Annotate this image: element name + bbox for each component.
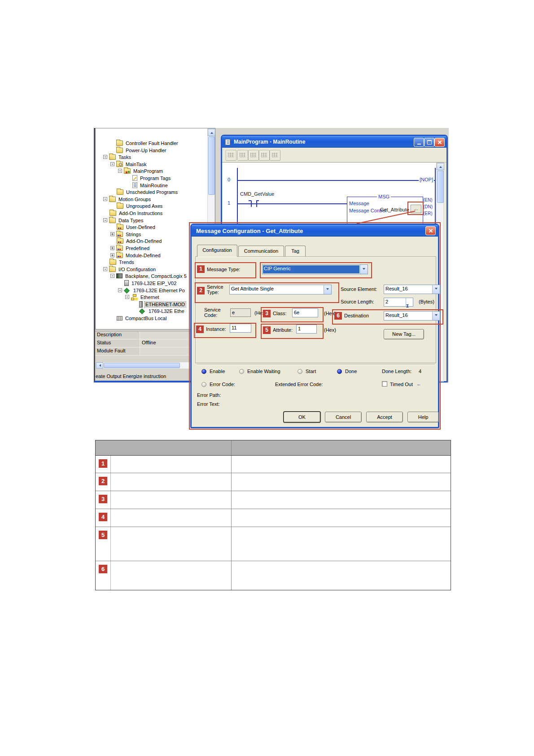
collapse-icon[interactable]: - — [118, 288, 122, 292]
timed-out-checkbox[interactable] — [382, 381, 387, 387]
expand-icon[interactable]: + — [110, 246, 114, 250]
mainroutine-titlebar[interactable]: MainProgram - MainRoutine — [222, 136, 446, 148]
tree-item-label: 1769-L32E Ethernet Po — [132, 288, 186, 293]
tree-item-strings[interactable]: +Strings — [110, 231, 142, 237]
tab-tag[interactable]: Tag — [285, 246, 306, 257]
close-button[interactable] — [434, 138, 445, 147]
scroll-up-button[interactable] — [437, 163, 444, 170]
minimize-button[interactable] — [414, 138, 424, 147]
tree-item-ethernet[interactable]: -Ethernet — [125, 294, 160, 300]
annotation-box-browse — [407, 202, 424, 215]
dialog-titlebar[interactable]: Message Configuration - Get_Attribute — [192, 225, 438, 237]
folder-icon — [109, 211, 116, 216]
new-tag-button[interactable]: New Tag... — [384, 329, 424, 339]
scroll-left-button[interactable] — [96, 362, 103, 369]
tree-item-data-types[interactable]: -Data Types — [103, 217, 144, 224]
scrollbar-thumb[interactable] — [104, 363, 180, 368]
tree-item-label: Tasks — [118, 154, 132, 160]
tree-item-trends[interactable]: Trends — [109, 259, 135, 265]
tree-item-add-on-defined[interactable]: Add-On-Defined — [117, 237, 163, 244]
coil-dn: (DN) — [423, 204, 433, 209]
tree-item-compactbus-local[interactable]: CompactBus Local — [117, 315, 167, 321]
tree-item-mainroutine[interactable]: MainRoutine — [132, 182, 169, 189]
xic-contact-serif — [256, 200, 259, 201]
tree-item-1769-l32e-ethernet-port[interactable]: -1769-L32E Ethernet Po — [118, 287, 186, 294]
tree-item-module-defined[interactable]: +Module-Defined — [110, 252, 162, 259]
folder-open-icon — [109, 197, 116, 202]
collapse-icon[interactable]: - — [103, 267, 107, 271]
source-element-combo[interactable]: Result_16 — [384, 285, 440, 294]
service-code-label: Service Code: — [204, 307, 226, 318]
collapse-icon[interactable]: - — [103, 197, 107, 201]
tree-item-io-configuration[interactable]: -I/O Configuration — [103, 266, 157, 273]
dialog-close-button[interactable] — [425, 226, 436, 235]
xic-contact-icon[interactable] — [251, 201, 252, 207]
coil-en: (EN) — [423, 198, 433, 202]
tree-item-power-up-handler[interactable]: Power-Up Handler — [116, 147, 167, 154]
collapse-icon[interactable]: - — [110, 162, 114, 166]
xic-contact-icon[interactable] — [256, 201, 257, 207]
tree-item-add-on-instructions[interactable]: Add-On Instructions — [109, 210, 163, 216]
tree-item-predefined[interactable]: +Predefined — [110, 245, 150, 251]
collapse-icon[interactable]: - — [103, 155, 107, 159]
table-row: 2 — [96, 473, 451, 491]
tree-item-label-selected: ETHERNET-MOD — [144, 302, 186, 307]
maximize-button[interactable] — [424, 138, 434, 147]
tree-item-label: Unscheduled Programs — [125, 189, 179, 195]
toolbar-button[interactable] — [259, 150, 270, 161]
toolbar-button[interactable] — [237, 150, 248, 161]
extended-error-code-label: Extended Error Code: — [275, 382, 323, 387]
toolbar-button[interactable] — [226, 150, 236, 161]
tab-communication[interactable]: Communication — [238, 246, 284, 257]
done-indicator — [337, 369, 342, 374]
row-badge-4: 4 — [99, 513, 107, 521]
msg-operand[interactable]: Get_Attribute — [380, 207, 409, 212]
contact-tag-label[interactable]: CMD_GetValue — [240, 191, 274, 197]
collapse-icon[interactable]: - — [103, 218, 107, 222]
callout-badge-4: 4 — [196, 325, 204, 333]
tree-item-user-defined[interactable]: User-Defined — [117, 224, 156, 230]
source-length-value: 2 — [384, 298, 406, 306]
row-badge-1: 1 — [99, 459, 107, 468]
ok-button[interactable]: OK — [284, 412, 320, 422]
tree-item-mainprogram[interactable]: -MainProgram — [118, 167, 164, 174]
divider — [197, 364, 435, 365]
minimize-icon — [417, 144, 421, 145]
combo-button[interactable] — [432, 285, 440, 294]
tree-item-tasks[interactable]: -Tasks — [103, 154, 132, 160]
tree-item-controller-fault-handler[interactable]: Controller Fault Handler — [116, 140, 179, 146]
tree-item-1769-l32e-eip[interactable]: 1769-L32E EIP_V02 — [124, 280, 177, 286]
toolbar-button[interactable] — [248, 150, 259, 161]
scrollbar-thumb[interactable] — [208, 136, 215, 195]
cancel-button[interactable]: Cancel — [325, 412, 362, 422]
help-button[interactable]: Help — [407, 412, 439, 422]
collapse-icon[interactable]: - — [125, 295, 129, 299]
collapse-icon[interactable]: - — [118, 169, 122, 173]
tree-item-ethernet-module[interactable]: ETHERNET-MOD — [139, 301, 186, 308]
tree-item-motion-groups[interactable]: -Motion Groups — [103, 196, 152, 202]
source-length-spinner[interactable]: 2 — [384, 298, 413, 307]
tree-item-maintask[interactable]: -MainTask — [110, 161, 147, 167]
toolbar-button[interactable] — [270, 150, 280, 161]
tab-configuration[interactable]: Configuration — [197, 245, 237, 257]
nop-instruction[interactable]: [NOP] — [419, 177, 434, 182]
accept-button[interactable]: Accept — [366, 412, 403, 422]
table-cell — [111, 527, 232, 561]
service-code-field: e — [230, 308, 251, 317]
scroll-up-button[interactable] — [208, 129, 215, 136]
scrollbar-thumb[interactable] — [437, 171, 444, 203]
tree-item-label: Motion Groups — [118, 197, 152, 202]
status-bar-text: eate Output Energize instruction — [96, 374, 166, 379]
expand-icon[interactable]: + — [110, 253, 114, 257]
tree-item-program-tags[interactable]: Program Tags — [132, 175, 171, 181]
expand-icon[interactable]: + — [110, 232, 114, 236]
msg-line1: Message — [349, 201, 369, 206]
tree-item-unscheduled-programs[interactable]: Unscheduled Programs — [117, 189, 179, 195]
folder-icon — [117, 189, 123, 195]
tree-item-1769-l32e-eth[interactable]: 1769-L32E Ethe — [139, 308, 185, 314]
maximize-icon — [427, 140, 432, 145]
tree-item-backplane[interactable]: -Backplane, CompactLogix 5 — [110, 273, 188, 279]
tree-item-ungrouped-axes[interactable]: Ungrouped Axes — [117, 202, 163, 209]
collapse-icon[interactable]: - — [110, 274, 114, 278]
module-icon — [124, 280, 129, 286]
